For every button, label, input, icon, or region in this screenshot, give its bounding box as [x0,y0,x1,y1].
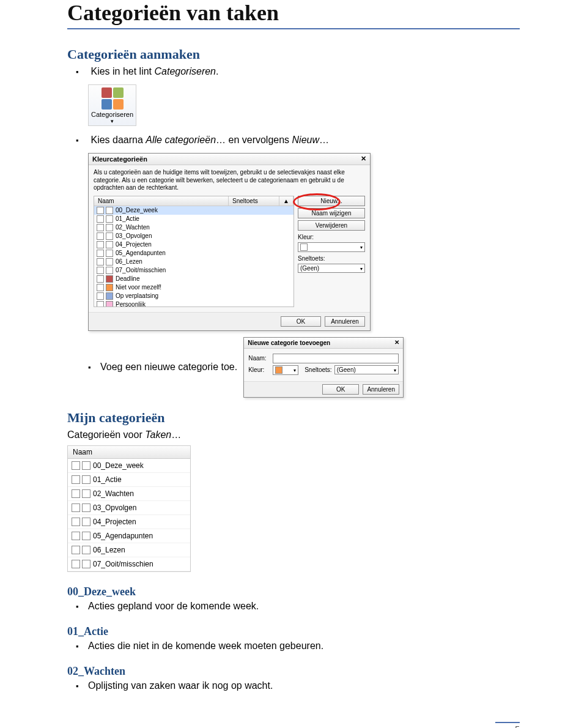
category-list-item[interactable]: Op verplaatsing [94,292,294,300]
category-panel-item[interactable]: 07_Ooit/misschien [68,557,190,571]
checkbox[interactable] [72,560,80,568]
dialog-title-bar: Kleurcategorieën ✕ [89,154,370,165]
step-1: Kies in het lint Categoriseren. [88,66,520,77]
mijn-intro: Categorieën voor Taken… [67,429,520,440]
nieuw-button[interactable]: Nieuw... [298,196,365,206]
category-list-item[interactable]: 00_Deze_week [94,206,294,215]
section-mijn-title: Mijn categorieën [67,410,520,426]
color-swatch-icon [82,489,90,498]
dialog-title-text: Nieuwe categorie toevoegen [248,340,330,346]
close-icon[interactable]: ✕ [361,155,366,163]
page-title: Categorieën van taken [67,0,520,26]
naam-input[interactable] [273,354,399,363]
mijn-intro-post: … [171,429,181,440]
checkbox[interactable] [72,489,80,498]
checkbox[interactable] [97,301,104,307]
category-list-item[interactable]: Deadline [94,275,294,283]
dialog-title-text: Kleurcategorieën [92,155,147,163]
sneltoets-dropdown[interactable]: (Geen) [334,365,399,374]
category-label: 03_Opvolgen [93,503,136,512]
color-swatch-icon [82,532,90,540]
kleur-dropdown[interactable] [273,365,298,375]
category-panel-item[interactable]: 00_Deze_week [68,459,190,473]
category-label: Persoonlijk [116,301,146,307]
category-list-item[interactable]: 01_Actie [94,215,294,223]
annuleren-button[interactable]: Annuleren [363,384,399,395]
color-swatch-icon [106,258,113,266]
category-list-item[interactable]: 02_Wachten [94,223,294,232]
step-1-pre: Kies in het lint [90,66,154,76]
checkbox[interactable] [97,284,104,291]
verwijderen-button[interactable]: Verwijderen [298,220,365,231]
checkbox[interactable] [97,224,104,231]
checkbox[interactable] [97,258,104,266]
ok-button[interactable]: OK [281,316,321,327]
step-2-pre: Kies daarna [90,135,146,145]
subsection-01-bullet: Acties die niet in de komende week moete… [88,641,520,652]
checkbox[interactable] [72,532,80,540]
checkbox[interactable] [97,292,104,300]
category-label: 07_Ooit/misschien [116,267,166,273]
category-label: 05_Agendapunten [116,250,166,256]
chevron-down-icon [291,366,296,373]
section-aanmaken-title: Categorieën aanmaken [67,46,520,62]
checkbox[interactable] [72,461,80,470]
step-1-post: . [216,66,218,76]
category-label: 06_Lezen [116,258,142,265]
color-swatch-icon [106,232,113,240]
checkbox[interactable] [72,475,80,484]
checkbox[interactable] [97,250,104,257]
checkbox[interactable] [97,267,104,274]
checkbox[interactable] [97,207,104,214]
chevron-down-icon [358,243,363,250]
category-panel-item[interactable]: 01_Actie [68,473,190,487]
category-label: 04_Projecten [116,241,152,248]
kleur-dropdown[interactable] [298,242,365,252]
category-panel-item[interactable]: 03_Opvolgen [68,501,190,515]
checkbox[interactable] [97,275,104,283]
title-rule [67,28,520,29]
checkbox[interactable] [72,518,80,526]
category-list-item[interactable]: 06_Lezen [94,258,294,266]
color-swatch-icon [82,503,90,512]
color-swatch-icon [106,215,113,223]
checkbox[interactable] [97,215,104,223]
color-swatch-icon [106,241,113,248]
category-list-item[interactable]: 04_Projecten [94,240,294,249]
ribbon-categoriseren-button[interactable]: Categoriseren ▾ [88,84,136,126]
sneltoets-dropdown[interactable]: (Geen) [298,264,365,273]
color-swatch-icon [82,546,90,554]
category-list-item[interactable]: 05_Agendapunten [94,249,294,258]
chevron-down-icon [391,366,396,373]
category-listbox[interactable]: Naam Sneltoets ▲ 00_Deze_week01_Actie02_… [94,196,294,307]
step-2: Kies daarna Alle categorieën… en vervolg… [88,135,520,146]
category-label: Niet voor mezelf! [116,284,161,291]
category-label: 01_Actie [116,215,139,222]
category-panel-item[interactable]: 06_Lezen [68,543,190,557]
step-2-post: … [319,135,329,145]
categoriseren-icon [102,87,124,110]
category-list-item[interactable]: Niet voor mezelf! [94,283,294,292]
category-panel-item[interactable]: 04_Projecten [68,515,190,529]
checkbox[interactable] [72,546,80,554]
color-swatch-icon [106,301,113,307]
category-label: 06_Lezen [93,546,125,554]
close-icon[interactable]: ✕ [394,339,399,346]
sneltoets-value: (Geen) [337,366,356,373]
checkbox[interactable] [97,241,104,248]
naam-label: Naam: [248,355,270,362]
category-label: 05_Agendapunten [93,532,153,540]
annuleren-button[interactable]: Annuleren [325,316,365,327]
subsection-01-title: 01_Actie [67,625,520,638]
category-list-item[interactable]: 07_Ooit/misschien [94,266,294,275]
checkbox[interactable] [72,503,80,512]
category-panel-item[interactable]: 02_Wachten [68,487,190,501]
naam-wijzigen-button[interactable]: Naam wijzigen [298,208,365,218]
category-label: 00_Deze_week [93,461,144,470]
ok-button[interactable]: OK [322,384,359,395]
color-swatch-icon [82,475,90,484]
category-panel-item[interactable]: 05_Agendapunten [68,529,190,543]
category-list-item[interactable]: 03_Opvolgen [94,232,294,240]
checkbox[interactable] [97,232,104,240]
category-list-item[interactable]: Persoonlijk [94,300,294,307]
